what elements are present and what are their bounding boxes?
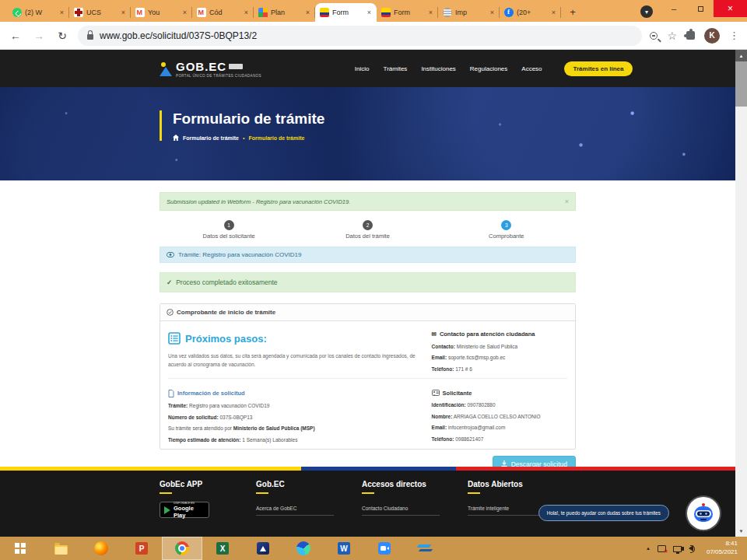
forward-button[interactable]: → <box>31 30 47 42</box>
new-tab-button[interactable]: + <box>564 3 581 20</box>
back-button[interactable]: ← <box>8 30 23 42</box>
request-row: Tiempo estimado de atención: 1 Semana(s)… <box>168 437 423 443</box>
nav-acceso[interactable]: Acceso <box>521 65 542 72</box>
word-button[interactable]: W <box>324 537 364 560</box>
epson-scan-button[interactable] <box>405 537 445 560</box>
chrome-button[interactable] <box>162 537 202 560</box>
list-icon <box>168 332 181 345</box>
tab-close-icon[interactable]: × <box>428 9 433 16</box>
kv-label: Contacto: <box>432 344 455 349</box>
breadcrumb: Formulario de trámite • Formulario de tr… <box>173 135 324 141</box>
zoom-button[interactable] <box>364 537 405 560</box>
gobec-logo[interactable]: GOB.EC PORTAL ÚNICO DE TRÁMITES CIUDADAN… <box>160 60 261 78</box>
network-icon[interactable] <box>673 546 682 552</box>
input-device-icon[interactable] <box>658 545 666 552</box>
footer-link-acerca[interactable]: Acerca de GobEC <box>256 506 334 516</box>
nav-inicio[interactable]: Inicio <box>355 65 370 72</box>
request-row: Su trámite será atendido por Ministerio … <box>168 425 423 431</box>
tab-form-active[interactable]: Form × <box>315 3 377 22</box>
firefox-button[interactable] <box>81 537 121 560</box>
nav-instituciones[interactable]: Instituciones <box>421 65 455 72</box>
contact-row: Contacto: Ministerio de Salud Pública <box>432 344 567 349</box>
google-play-badge[interactable]: DISPONIBLE EN Google Play <box>160 502 209 518</box>
nav-tramites[interactable]: Trámites <box>384 65 408 72</box>
contact-section-title: ✉ Contacto para atención ciudadana <box>432 331 567 338</box>
tab-close-icon[interactable]: × <box>244 9 249 16</box>
hero-banner: Formulario de trámite Formulario de trám… <box>0 87 735 180</box>
scrollbar-track[interactable] <box>735 107 747 525</box>
tab-close-icon[interactable]: × <box>366 9 372 16</box>
kv-label: Teléfono: <box>432 366 454 372</box>
footer-link-tramite[interactable]: Trámite inteligente <box>468 506 545 516</box>
tab-ucs[interactable]: UCS × <box>69 3 131 22</box>
tab-search-icon[interactable]: ▾ <box>640 5 653 18</box>
tab-close-icon[interactable]: × <box>305 9 310 16</box>
alert-close-icon[interactable]: × <box>565 198 569 205</box>
tab-label: Form <box>394 9 425 16</box>
tab-imp[interactable]: Imp × <box>438 3 500 22</box>
tab-label: Imp <box>455 9 486 16</box>
tab-whatsapp[interactable]: (2) W × <box>8 3 69 22</box>
submission-alert: Submission updated in Webform - Registro… <box>160 192 576 211</box>
gmail-icon <box>135 8 145 17</box>
blue-app-button[interactable] <box>243 537 283 560</box>
volume-icon[interactable] <box>689 545 693 551</box>
scrollbar-thumb[interactable] <box>735 61 747 107</box>
screen: (2) W × UCS × You × Cód × Plan × Form × <box>0 0 747 560</box>
nav-regulaciones[interactable]: Regulaciones <box>470 65 507 72</box>
zoom-out-icon[interactable] <box>650 32 658 40</box>
start-button[interactable] <box>0 537 40 560</box>
step-comprobante[interactable]: 3 Comprobante <box>437 220 576 240</box>
chatbot-avatar[interactable] <box>687 497 720 530</box>
scroll-down-arrow[interactable]: ▼ <box>735 525 747 537</box>
breadcrumb-item-1[interactable]: Formulario de trámite <box>183 135 239 141</box>
windows-icon <box>15 543 26 554</box>
extensions-icon[interactable] <box>686 31 695 40</box>
step-label: Comprobante <box>489 233 524 240</box>
chatbot-bubble[interactable]: Hola!, te puedo ayudar con dudas sobre t… <box>538 505 669 521</box>
edge-button[interactable] <box>283 537 324 560</box>
applicant-row: Teléfono: 0988621407 <box>432 436 567 442</box>
tab-gmail-2[interactable]: Cód × <box>192 3 254 22</box>
tab-planner[interactable]: Plan × <box>254 3 315 22</box>
site-footer: GobEc APP DISPONIBLE EN Google Play Gob.… <box>0 467 735 537</box>
tab-form-2[interactable]: Form × <box>377 3 438 22</box>
tab-label: (2) W <box>25 9 56 16</box>
page-scrollbar[interactable]: ▲ ▼ <box>735 50 747 537</box>
tab-close-icon[interactable]: × <box>182 9 188 16</box>
breadcrumb-item-2[interactable]: Formulario de trámite <box>248 135 304 141</box>
reload-button[interactable]: ↻ <box>54 30 70 42</box>
restore-button[interactable] <box>687 0 714 17</box>
step-datos-tramite[interactable]: 2 Datos del trámite <box>298 220 437 240</box>
tab-close-icon[interactable]: × <box>121 9 126 16</box>
facebook-icon <box>504 8 514 17</box>
kv-label: Tiempo estimado de atención: <box>168 437 240 443</box>
minimize-button[interactable]: – <box>661 0 687 17</box>
download-button-label: Descargar solicitud <box>511 460 567 467</box>
tab-facebook[interactable]: (20+ × <box>500 3 561 22</box>
contact-row: Email: soporte.tics@msp.gob.ec <box>432 355 567 360</box>
tramites-en-linea-button[interactable]: Trámites en línea <box>564 61 633 76</box>
tab-close-icon[interactable]: × <box>551 9 556 16</box>
taskbar-clock[interactable]: 8:41 07/05/2021 <box>700 540 741 557</box>
close-button[interactable]: × <box>714 0 747 17</box>
bookmark-star-icon[interactable]: ☆ <box>667 30 677 42</box>
tab-label: Plan <box>271 9 302 16</box>
download-button[interactable]: Descargar solicitud <box>493 456 576 467</box>
scroll-up-arrow[interactable]: ▲ <box>735 50 747 61</box>
powerpoint-button[interactable]: P <box>121 537 162 560</box>
step-datos-solicitante[interactable]: 1 Datos del solicitante <box>160 220 298 240</box>
tab-close-icon[interactable]: × <box>489 9 495 16</box>
profile-avatar[interactable]: K <box>704 28 720 44</box>
footer-link-contacto[interactable]: Contacto Ciudadano <box>362 506 440 516</box>
tab-close-icon[interactable]: × <box>59 9 65 16</box>
address-bar[interactable]: www.gob.ec/solicitud/037S-0BQP13/2 <box>78 26 642 46</box>
tab-gmail-1[interactable]: You × <box>131 3 192 22</box>
browser-menu-icon[interactable]: ⋮ <box>729 30 739 41</box>
step-label: Datos del solicitante <box>203 233 255 240</box>
file-explorer-button[interactable] <box>40 537 81 560</box>
excel-button[interactable]: X <box>202 537 243 560</box>
kv-value: 171 # 6 <box>455 366 472 372</box>
success-text: Proceso completado exitosamente <box>176 278 277 286</box>
tray-expand-icon[interactable]: ▲ <box>646 546 651 551</box>
